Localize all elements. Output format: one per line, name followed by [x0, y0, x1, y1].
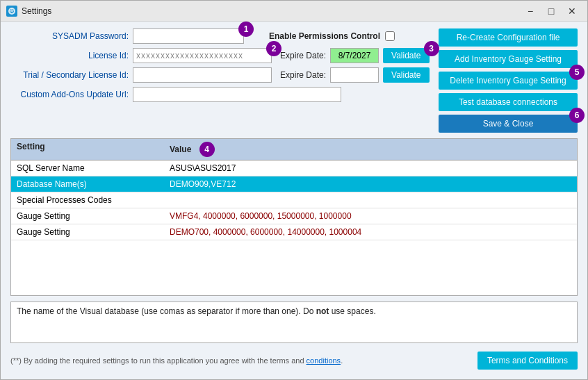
trial-input[interactable]: [133, 67, 272, 83]
col-header-value: Value 4: [164, 139, 577, 160]
col-header-setting: Setting: [11, 139, 164, 160]
table-row[interactable]: Special Processes Codes: [11, 192, 577, 208]
table-row[interactable]: SQL Server NameASUS\ASUS2017: [11, 160, 577, 176]
terms-conditions-button[interactable]: Terms and Conditions: [477, 352, 578, 370]
window-title: Settings: [22, 6, 521, 16]
table-row[interactable]: Gauge SettingVMFG4, 4000000, 6000000, 15…: [11, 208, 577, 224]
minimize-button[interactable]: −: [521, 3, 540, 19]
table-cell-setting: Gauge Setting: [11, 224, 164, 240]
custom-url-row: Custom Add-Ons Update Url:: [10, 87, 432, 102]
expire-input-2[interactable]: [330, 67, 379, 83]
permissions-checkbox[interactable]: [385, 31, 395, 41]
footer-text: (**) By adding the required settings to …: [10, 356, 343, 365]
conditions-link[interactable]: conditions: [307, 356, 341, 365]
badge-2: 2: [266, 41, 281, 56]
add-inventory-button[interactable]: Add Inventory Gauge Setting: [439, 50, 578, 68]
desc-text-after: use spaces.: [329, 306, 375, 316]
table-cell-value: ASUS\ASUS2017: [164, 160, 577, 176]
main-content: SYSADM Password: 1 Enable Permissions Co…: [1, 22, 587, 379]
table-row[interactable]: Database Name(s)DEMO909,VE712: [11, 176, 577, 192]
permissions-label: Enable Permissions Control: [269, 31, 380, 41]
title-bar: Settings − □ ✕: [1, 1, 587, 22]
close-button[interactable]: ✕: [562, 3, 582, 19]
table-cell-setting: SQL Server Name: [11, 160, 164, 176]
permissions-section: Enable Permissions Control: [269, 31, 395, 42]
badge-4: 4: [199, 142, 215, 157]
table-cell-value: DEMO700, 4000000, 6000000, 14000000, 100…: [164, 224, 577, 240]
main-window: Settings − □ ✕ SYSADM Password: 1 Enab: [0, 0, 588, 380]
window-controls: − □ ✕: [521, 3, 582, 19]
table-cell-value: DEMO909,VE712: [164, 176, 577, 192]
maximize-button[interactable]: □: [541, 3, 561, 19]
trial-label: Trial / Secondary License Id:: [10, 70, 129, 80]
sysadm-input[interactable]: [133, 28, 244, 44]
delete-inventory-button[interactable]: Delete Inventory Gauge Setting: [439, 72, 578, 90]
expire-label-2: Expire Date:: [280, 70, 326, 80]
badge-3: 3: [424, 41, 439, 56]
table-cell-setting: Gauge Setting: [11, 208, 164, 224]
footer-text-before: (**) By adding the required settings to …: [10, 356, 307, 365]
save-close-button[interactable]: Save & Close: [439, 115, 578, 133]
license-row: License Id: 2 Expire Date: Validate 3: [10, 48, 432, 63]
table-cell-setting: Database Name(s): [11, 176, 164, 192]
footer: (**) By adding the required settings to …: [10, 349, 578, 372]
custom-url-label: Custom Add-Ons Update Url:: [10, 90, 129, 99]
desc-text-bold: not: [316, 306, 329, 316]
table-cell-setting: Special Processes Codes: [11, 192, 164, 208]
table-header: Setting Value 4: [11, 139, 577, 160]
recreate-config-button[interactable]: Re-Create Configuration file: [439, 28, 578, 47]
form-area: SYSADM Password: 1 Enable Permissions Co…: [10, 28, 432, 133]
license-input[interactable]: [133, 48, 272, 63]
trial-license-row: Trial / Secondary License Id: Expire Dat…: [10, 67, 432, 83]
app-icon: [6, 6, 17, 17]
sysadm-label: SYSADM Password:: [10, 31, 129, 41]
license-label: License Id:: [10, 51, 129, 60]
footer-text-after: .: [341, 356, 343, 365]
table-cell-value: VMFG4, 4000000, 6000000, 15000000, 10000…: [164, 208, 577, 224]
top-section: SYSADM Password: 1 Enable Permissions Co…: [10, 28, 578, 133]
custom-url-input[interactable]: [133, 87, 341, 102]
validate-button-1[interactable]: Validate: [383, 48, 429, 63]
badge-5: 5: [569, 65, 585, 80]
badge-1: 1: [238, 22, 254, 37]
settings-table: Setting Value 4 SQL Server NameASUS\ASUS…: [10, 138, 578, 296]
table-cell-value: [164, 192, 577, 208]
table-row[interactable]: Gauge SettingDEMO700, 4000000, 6000000, …: [11, 224, 577, 240]
sysadm-row: SYSADM Password: 1 Enable Permissions Co…: [10, 28, 432, 44]
buttons-area: Re-Create Configuration file Add Invento…: [439, 28, 578, 133]
table-body: SQL Server NameASUS\ASUS2017Database Nam…: [11, 160, 577, 240]
expire-label-1: Expire Date:: [280, 51, 326, 60]
validate-button-2[interactable]: Validate: [383, 67, 429, 83]
desc-text-before: The name of the Visual database (use com…: [17, 306, 316, 316]
test-db-button[interactable]: Test database connections: [439, 93, 578, 111]
badge-6: 6: [569, 108, 585, 123]
description-box: The name of the Visual database (use com…: [10, 301, 578, 343]
expire-input-1[interactable]: [330, 48, 379, 63]
